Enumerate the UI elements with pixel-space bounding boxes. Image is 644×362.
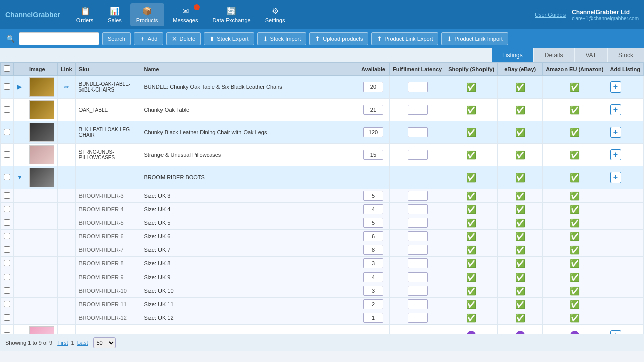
tab-details[interactable]: Details: [534, 48, 574, 62]
first-page-link[interactable]: First: [57, 340, 68, 346]
available-input[interactable]: [363, 272, 383, 282]
available-input[interactable]: [363, 82, 383, 92]
nav-item-messages[interactable]: ✉ ! Messages: [167, 3, 204, 26]
search-input[interactable]: [19, 32, 99, 45]
row-checkbox[interactable]: [4, 246, 10, 253]
available-input[interactable]: [363, 204, 383, 214]
latency-input[interactable]: [408, 191, 428, 201]
app-logo: ChannelGrabber: [5, 11, 60, 19]
search-button[interactable]: Search: [102, 32, 131, 45]
row-checkbox[interactable]: [4, 129, 10, 135]
latency-input[interactable]: [408, 299, 428, 309]
row-checkbox[interactable]: [4, 274, 10, 280]
latency-input[interactable]: [408, 218, 428, 228]
tab-stock[interactable]: Stock: [608, 48, 644, 62]
ebay-check: ✅: [515, 314, 525, 322]
row-checkbox[interactable]: [4, 287, 10, 294]
table-row: BROOM-RIDER-6 Size: UK 6 ✅ ✅ ✅: [1, 230, 644, 243]
search-wrap: 🔍: [4, 32, 99, 45]
latency-input[interactable]: [408, 286, 428, 296]
latency-input[interactable]: [408, 313, 428, 323]
pagination: First 1 Last: [57, 340, 88, 346]
add-listing-button[interactable]: +: [610, 330, 621, 334]
row-checkbox[interactable]: [4, 332, 10, 334]
last-page-link[interactable]: Last: [77, 340, 88, 346]
row-checkbox[interactable]: [4, 151, 10, 158]
shopify-check: ✅: [466, 192, 476, 200]
expand-button[interactable]: ▼: [17, 174, 23, 181]
row-checkbox[interactable]: [4, 206, 10, 212]
nav-item-orders[interactable]: 📋 Orders: [70, 3, 100, 26]
row-sku: STRNG-UNUS-PILLOWCASES: [75, 144, 141, 166]
available-input[interactable]: [363, 313, 383, 323]
available-input[interactable]: [363, 231, 383, 241]
row-checkbox[interactable]: [4, 174, 10, 180]
ebay-check: ✅: [515, 232, 525, 241]
latency-input[interactable]: [408, 258, 428, 268]
row-name: Size: UK 10: [141, 284, 357, 298]
col-shopify: Shopify (Shopify): [445, 63, 498, 76]
add-listing-button[interactable]: +: [610, 127, 621, 138]
latency-input[interactable]: [408, 82, 428, 92]
col-expand: [14, 63, 26, 76]
add-listing-button[interactable]: +: [610, 149, 621, 160]
add-listing-button[interactable]: +: [610, 81, 621, 93]
row-checkbox[interactable]: [4, 301, 10, 307]
edit-link-icon[interactable]: ✏: [64, 83, 69, 91]
product-link-import-button[interactable]: ⬇ Product Link Import: [441, 32, 508, 45]
product-image: [29, 326, 54, 334]
latency-input[interactable]: [408, 245, 428, 255]
upload-products-button[interactable]: ⬆ Upload products: [309, 32, 368, 45]
stock-export-button[interactable]: ⬆ Stock Export: [204, 32, 254, 45]
row-checkbox[interactable]: [4, 314, 10, 321]
stock-import-icon: ⬇: [263, 35, 268, 43]
tab-vat[interactable]: VAT: [575, 48, 607, 62]
nav-item-data-exchange[interactable]: 🔄 Data Exchange: [206, 3, 256, 26]
data-exchange-icon: 🔄: [226, 6, 236, 16]
latency-input[interactable]: [408, 105, 428, 115]
add-listing-button[interactable]: +: [610, 172, 621, 183]
nav-item-products[interactable]: 📦 Products: [130, 3, 164, 26]
available-input[interactable]: [363, 299, 383, 309]
expand-button[interactable]: ▶: [17, 332, 22, 334]
per-page-select[interactable]: 50 100 200: [93, 337, 116, 348]
product-image: [29, 77, 54, 97]
expand-button[interactable]: ▶: [17, 83, 22, 90]
available-input[interactable]: [363, 191, 383, 201]
latency-input[interactable]: [408, 272, 428, 282]
nav-item-sales[interactable]: 📊 Sales: [102, 3, 128, 26]
available-input[interactable]: [363, 127, 383, 137]
add-button[interactable]: ＋ Add: [134, 32, 164, 45]
available-input[interactable]: [363, 286, 383, 296]
available-input[interactable]: [363, 150, 383, 160]
user-guides-link[interactable]: User Guides: [535, 12, 566, 18]
row-checkbox[interactable]: [4, 192, 10, 199]
row-checkbox[interactable]: [4, 219, 10, 226]
latency-input[interactable]: [408, 127, 428, 137]
latency-input[interactable]: [408, 204, 428, 214]
ebay-check: ✅: [515, 83, 525, 92]
available-input[interactable]: [363, 218, 383, 228]
products-table-wrap: Image Link Sku Name Available Fulfilment…: [0, 62, 644, 334]
product-link-export-button[interactable]: ⬆ Product Link Export: [371, 32, 438, 45]
row-checkbox[interactable]: [4, 260, 10, 266]
table-row: BROOM-RIDER-11 Size: UK 11 ✅ ✅ ✅: [1, 298, 644, 311]
available-input[interactable]: [363, 258, 383, 268]
select-all-checkbox[interactable]: [4, 65, 10, 72]
tab-listings[interactable]: Listings: [492, 48, 533, 62]
row-checkbox[interactable]: [4, 83, 10, 90]
available-input[interactable]: [363, 105, 383, 115]
row-checkbox[interactable]: [4, 233, 10, 239]
col-ebay: eBay (eBay): [498, 63, 543, 76]
nav-item-settings[interactable]: ⚙ Settings: [259, 3, 291, 26]
ebay-check: ✅: [515, 287, 525, 295]
available-input[interactable]: [363, 245, 383, 255]
latency-input[interactable]: [408, 150, 428, 160]
delete-button[interactable]: ✕ Delete: [166, 32, 201, 45]
add-listing-button[interactable]: +: [610, 104, 621, 115]
row-sku: OAK_TABLE: [75, 99, 141, 121]
table-row: BLK-LEATH-OAK-LEG-CHAIR Chunky Black Lea…: [1, 121, 644, 144]
stock-import-button[interactable]: ⬇ Stock Import: [257, 32, 307, 45]
latency-input[interactable]: [408, 231, 428, 241]
row-checkbox[interactable]: [4, 106, 10, 113]
